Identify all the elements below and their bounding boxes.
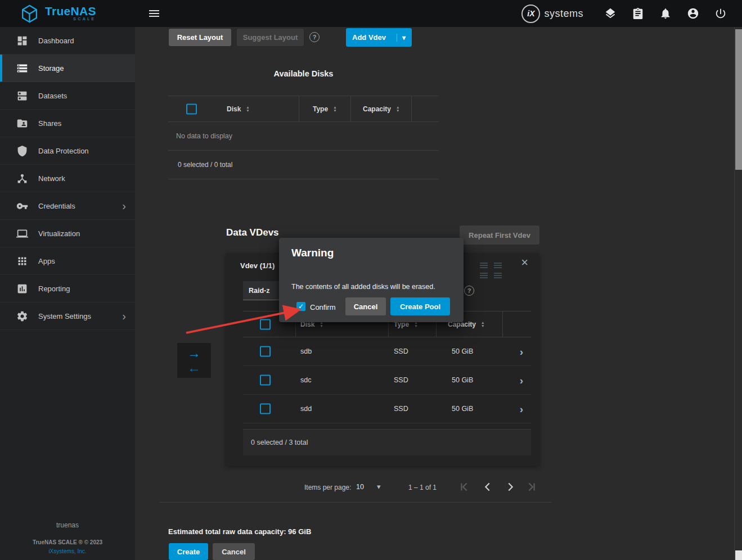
- sidebar: Dashboard Storage Datasets Shares Data P…: [0, 27, 135, 560]
- selection-summary: 0 selected / 0 total: [168, 151, 439, 179]
- close-icon[interactable]: ×: [521, 256, 528, 269]
- last-page-button[interactable]: [525, 481, 538, 493]
- vdev-disks-table: Disk ▲▼ Type ▲▼ Capacity ▲▼ sdb SSD: [243, 311, 531, 455]
- table-row[interactable]: sdb SSD 50 GiB ›: [243, 337, 531, 366]
- datasets-icon: [16, 90, 28, 102]
- confirm-checkbox[interactable]: ✓: [296, 302, 305, 311]
- company-link[interactable]: iXsystems, Inc.: [0, 548, 135, 554]
- caret-down-icon[interactable]: ▾: [377, 482, 381, 491]
- disk-type: SSD: [394, 347, 408, 355]
- items-per-page-value[interactable]: 10: [356, 483, 364, 491]
- add-vdev-label: Add Vdev: [352, 33, 386, 42]
- disk-name: sdb: [300, 347, 312, 355]
- jobs-icon[interactable]: [632, 7, 645, 20]
- dialog-cancel-button[interactable]: Cancel: [345, 297, 386, 315]
- sort-icon: ▲▼: [396, 106, 399, 112]
- dashboard-icon: [16, 35, 28, 47]
- disk-name: sdc: [300, 376, 311, 384]
- items-per-page-label: Items per page:: [304, 484, 351, 491]
- column-header-disk[interactable]: Disk ▲▼: [227, 96, 250, 121]
- chevron-right-icon: ›: [122, 200, 126, 211]
- sidebar-item-label: Shares: [38, 119, 61, 128]
- move-left-arrow-icon[interactable]: ←: [187, 360, 201, 375]
- disk-name: sdd: [300, 405, 312, 413]
- first-page-button[interactable]: [458, 481, 470, 493]
- user-account-icon[interactable]: [687, 7, 700, 20]
- menu-toggle-button[interactable]: [147, 6, 162, 21]
- brand-sub: SCALE: [45, 17, 96, 21]
- sidebar-item-system-settings[interactable]: System Settings ›: [0, 302, 135, 330]
- disk-type: SSD: [394, 376, 408, 384]
- sidebar-item-datasets[interactable]: Datasets: [0, 82, 135, 110]
- disk-type: SSD: [394, 405, 408, 413]
- expand-row-icon[interactable]: ›: [520, 346, 523, 357]
- table-row[interactable]: sdd SSD 50 GiB ›: [243, 395, 531, 423]
- truenas-logo[interactable]: TrueNAS SCALE: [0, 3, 135, 24]
- previous-page-button[interactable]: [482, 481, 494, 493]
- sidebar-item-apps[interactable]: Apps: [0, 247, 135, 275]
- column-divider: [502, 311, 503, 337]
- row-checkbox[interactable]: [260, 375, 271, 386]
- available-disks-table: Disk ▲▼ Type ▲▼ Capacity ▲▼ No data to d…: [168, 96, 439, 179]
- select-all-checkbox[interactable]: [260, 319, 271, 329]
- repeat-first-vdev-button[interactable]: Repeat First Vdev: [460, 225, 539, 245]
- truenas-logo-icon: [19, 3, 40, 24]
- faint-list-lines-decoration: [480, 263, 502, 279]
- check-icon: ✓: [298, 302, 304, 310]
- move-right-arrow-icon[interactable]: →: [187, 346, 201, 360]
- help-icon[interactable]: ?: [309, 32, 320, 42]
- scrollbar-thumb[interactable]: [735, 29, 742, 170]
- sidebar-item-label: Credentials: [38, 202, 75, 210]
- help-icon[interactable]: ?: [464, 286, 474, 296]
- next-page-button[interactable]: [504, 481, 516, 493]
- row-checkbox[interactable]: [260, 404, 271, 414]
- available-disks-title: Available Disks: [168, 69, 439, 78]
- power-icon[interactable]: [714, 7, 728, 20]
- sidebar-item-data-protection[interactable]: Data Protection: [0, 137, 135, 165]
- disk-capacity: 50 GiB: [452, 347, 473, 355]
- column-header-capacity[interactable]: Capacity ▲▼: [363, 96, 399, 121]
- brand-name: TrueNAS: [45, 6, 96, 17]
- sidebar-item-shares[interactable]: Shares: [0, 110, 135, 137]
- sidebar-item-dashboard[interactable]: Dashboard: [0, 27, 135, 55]
- key-icon: [16, 200, 28, 212]
- sidebar-item-network[interactable]: Network: [0, 165, 135, 192]
- reset-layout-button[interactable]: Reset Layout: [169, 29, 231, 46]
- sidebar-item-label: System Settings: [38, 312, 91, 320]
- create-button[interactable]: Create: [169, 543, 208, 560]
- column-divider: [299, 96, 299, 121]
- scrollbar-bottom-thumb[interactable]: [735, 550, 742, 560]
- shares-folder-icon: [16, 118, 28, 129]
- vertical-scrollbar[interactable]: [734, 27, 742, 560]
- sidebar-item-virtualization[interactable]: Virtualization: [0, 220, 135, 247]
- network-hub-icon: [16, 173, 28, 184]
- sidebar-item-label: Data Protection: [38, 147, 89, 155]
- create-pool-button[interactable]: Create Pool: [390, 297, 450, 315]
- capacity-summary: Estimated total raw data capacity: 96 Gi…: [168, 527, 311, 536]
- cancel-button[interactable]: Cancel: [213, 543, 255, 560]
- selection-summary: 0 selected / 3 total: [243, 429, 531, 455]
- sidebar-item-reporting[interactable]: Reporting: [0, 275, 135, 302]
- row-checkbox[interactable]: [260, 346, 271, 357]
- sidebar-footer: truenas TrueNAS SCALE ® © 2023 iXsystems…: [0, 521, 135, 554]
- topbar: TrueNAS SCALE iX systems: [0, 0, 742, 27]
- select-all-checkbox[interactable]: [186, 103, 197, 114]
- copyright: TrueNAS SCALE ® © 2023: [0, 539, 135, 545]
- expand-row-icon[interactable]: ›: [520, 404, 523, 414]
- add-vdev-button[interactable]: Add Vdev ▾: [346, 28, 412, 47]
- chevron-right-icon: ›: [122, 310, 126, 322]
- warning-dialog: Warning The contents of all added disks …: [279, 238, 464, 322]
- monitor-icon: [16, 228, 28, 240]
- expand-row-icon[interactable]: ›: [520, 375, 523, 386]
- confirm-label: Confirm: [310, 303, 336, 311]
- sidebar-item-storage[interactable]: Storage: [0, 55, 135, 82]
- apps-grid-icon: [16, 255, 28, 267]
- column-header-type[interactable]: Type ▲▼: [313, 96, 337, 121]
- truecommand-icon[interactable]: [604, 7, 618, 20]
- suggest-layout-button[interactable]: Suggest Layout: [237, 29, 304, 46]
- alerts-bell-icon[interactable]: [659, 7, 673, 20]
- sidebar-item-credentials[interactable]: Credentials ›: [0, 192, 135, 220]
- table-row[interactable]: sdc SSD 50 GiB ›: [243, 366, 531, 395]
- divider: [159, 502, 552, 503]
- gear-icon: [16, 310, 28, 322]
